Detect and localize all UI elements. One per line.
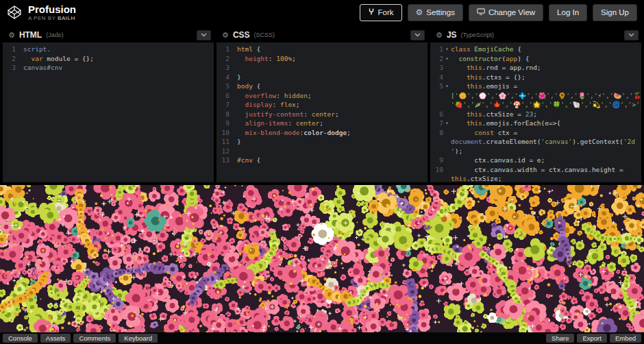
code-line: 8 justify-content: center;: [216, 110, 428, 119]
footer-button-assets[interactable]: Assets: [40, 334, 71, 343]
gear-icon[interactable]: ⚙: [436, 31, 443, 40]
line-number: 2: [3, 54, 16, 64]
line-number: [430, 174, 443, 182]
footer-button-comments[interactable]: Comments: [73, 334, 116, 343]
fold-arrow: [443, 100, 451, 110]
line-number: 4: [430, 73, 443, 82]
preview-pane: [0, 185, 644, 332]
settings-button[interactable]: ⚙ Settings: [408, 4, 463, 21]
code-line: 5▾ this.emojis =: [430, 82, 641, 91]
fold-arrow: [443, 91, 451, 101]
fold-arrow: ▾: [443, 54, 451, 64]
login-button[interactable]: Log In: [549, 4, 587, 21]
line-number: 7: [430, 119, 443, 128]
editor-header-js: ⚙JS(TypeScript): [430, 27, 641, 42]
login-label: Log In: [557, 8, 579, 16]
fold-arrow: [230, 82, 237, 91]
line-number: 7: [216, 100, 230, 110]
footer-button-export[interactable]: Export: [577, 334, 606, 343]
line-number: 13: [216, 156, 230, 165]
code-text: ');: [451, 147, 462, 156]
footer-button-embed[interactable]: Embed: [610, 334, 641, 343]
code-area-js[interactable]: 1▾class EmojiCache {2▾ constructor(app) …: [430, 42, 641, 182]
code-text: justify-content: center;: [237, 110, 339, 119]
change-view-button[interactable]: Change View: [469, 4, 543, 21]
code-line: 10 mix-blend-mode:color-dodge;: [216, 128, 428, 138]
fold-arrow: [230, 156, 237, 165]
line-number: [430, 91, 443, 101]
header-actions: Fork ⚙ Settings Change View Log In Sign …: [360, 4, 637, 21]
code-line: 4}: [216, 73, 428, 82]
editor-mode-css: (SCSS): [254, 32, 275, 38]
line-number: 1: [3, 45, 16, 54]
line-number: 1: [216, 45, 230, 54]
fold-arrow: ▾: [443, 119, 451, 128]
codepen-logo[interactable]: [7, 5, 22, 20]
change-view-label: Change View: [488, 8, 535, 16]
line-number: 6: [430, 110, 443, 119]
fold-arrow: [230, 119, 237, 128]
fold-arrow: [16, 63, 23, 73]
footer-button-share[interactable]: Share: [546, 334, 574, 343]
line-number: [430, 137, 443, 147]
fork-label: Fork: [378, 8, 394, 16]
fold-arrow: [443, 128, 451, 138]
code-line: 7 display: flex;: [216, 100, 428, 110]
header-bar: Profusion A Pen By Bailh Fork ⚙ Settings: [0, 0, 644, 25]
code-text: }: [237, 73, 241, 82]
code-text: this.ctxSize;: [451, 174, 501, 182]
fold-arrow: [230, 54, 237, 64]
gear-icon: ⚙: [416, 8, 423, 16]
code-text: #cnv {: [237, 156, 260, 165]
code-line: 2▾ constructor(app) {: [430, 54, 641, 64]
code-line: 6 this.ctxSize = 23;: [430, 110, 641, 119]
chevron-down-icon[interactable]: [197, 30, 211, 40]
line-number: 2: [430, 54, 443, 64]
fork-button[interactable]: Fork: [360, 4, 402, 21]
code-text: display: flex;: [237, 100, 300, 110]
line-number: 9: [430, 156, 443, 165]
code-line: 9 ctx.canvas.id = e;: [430, 156, 641, 165]
fold-arrow: [443, 174, 451, 182]
code-text: overflow: hidden;: [237, 91, 312, 101]
code-text: const ctx =: [451, 128, 517, 138]
editor-panel-js: ⚙JS(TypeScript)1▾class EmojiCache {2▾ co…: [430, 27, 641, 182]
line-number: 3: [3, 63, 16, 73]
editor-title-css: CSS: [233, 30, 250, 40]
footer-right: ShareExportEmbed: [546, 334, 641, 343]
fold-arrow: [230, 45, 237, 54]
line-number: 9: [216, 119, 230, 128]
chevron-down-icon[interactable]: [410, 30, 425, 40]
code-text: body {: [237, 82, 260, 91]
editor-title-js: JS: [447, 30, 457, 40]
code-line: 3 this.rnd = app.rnd;: [430, 63, 641, 73]
chevron-down-icon[interactable]: [624, 30, 639, 40]
line-number: [430, 147, 443, 156]
footer-button-keyboard[interactable]: Keyboard: [119, 334, 158, 343]
author-link[interactable]: Bailh: [58, 15, 75, 21]
fold-arrow: [443, 73, 451, 82]
fold-arrow: [443, 110, 451, 119]
code-line: 12: [216, 147, 428, 156]
editor-panel-css: ⚙CSS(SCSS)1html {2 height: 100%;34}5body…: [216, 27, 428, 182]
code-area-html[interactable]: 1script.2 var module = {};3canvas#cnv: [3, 42, 214, 182]
code-text: ['🌼','💮','🌸','💠','🌺','🌻','🌷','⚡','🍉','🍒'…: [451, 91, 641, 101]
line-number: [430, 100, 443, 110]
signup-button[interactable]: Sign Up: [593, 4, 637, 21]
gear-icon[interactable]: ⚙: [8, 31, 15, 40]
code-area-css[interactable]: 1html {2 height: 100%;34}5body {6 overfl…: [216, 42, 428, 182]
code-line: ');: [430, 147, 641, 156]
code-text: constructor(app) {: [451, 54, 529, 64]
pen-meta: Profusion A Pen By Bailh: [28, 4, 76, 21]
line-number: 8: [430, 128, 443, 138]
code-line: '🍓','🌶','🍁','🍄','🌟','🍀','🐚','💫','🌀','>']…: [430, 100, 641, 110]
code-text: document.createElement('canvas').getCont…: [451, 137, 635, 147]
fold-arrow: ▾: [443, 82, 451, 91]
fold-arrow: [443, 63, 451, 73]
footer-left: ConsoleAssetsCommentsKeyboard: [3, 334, 158, 343]
line-number: 3: [430, 63, 443, 73]
gear-icon[interactable]: ⚙: [222, 31, 229, 40]
line-number: 8: [216, 110, 230, 119]
footer-button-console[interactable]: Console: [3, 334, 38, 343]
line-number: 5: [216, 82, 230, 91]
